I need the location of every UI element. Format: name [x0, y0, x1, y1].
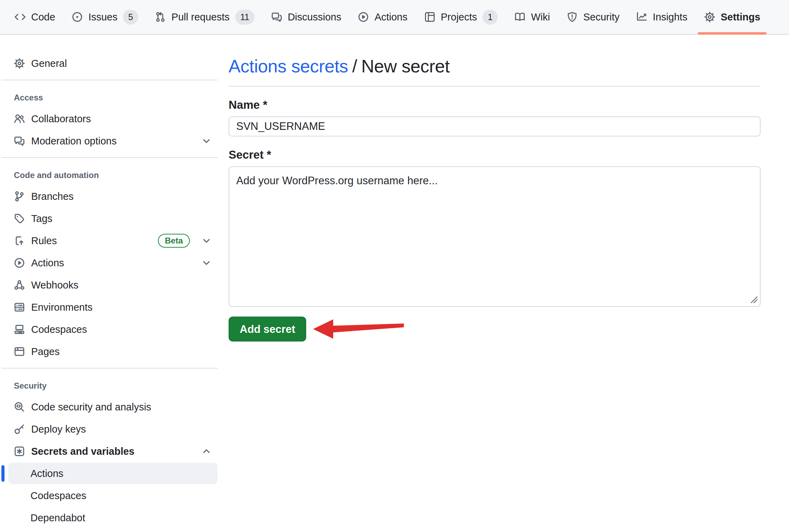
sidebar-item-actions[interactable]: Actions	[8, 252, 218, 274]
add-secret-button[interactable]: Add secret	[229, 317, 306, 342]
sidebar-item-label: Pages	[31, 346, 212, 357]
tag-icon	[14, 213, 25, 224]
tab-code[interactable]: Code	[8, 0, 61, 34]
sidebar-divider	[1, 80, 218, 80]
sidebar-item-secrets-and-variables[interactable]: Secrets and variables	[8, 441, 218, 462]
gear-icon	[14, 58, 25, 69]
sidebar-item-rules[interactable]: Rules Beta	[8, 230, 218, 251]
table-icon	[424, 11, 435, 23]
tab-actions[interactable]: Actions	[352, 0, 414, 34]
tab-label: Code	[31, 11, 55, 23]
settings-sidebar: General Access Collaborators Moderation …	[0, 35, 218, 529]
sidebar-item-label: Tags	[31, 213, 212, 224]
tab-label: Issues	[88, 11, 117, 23]
form-actions-row: Add secret	[229, 317, 761, 342]
resize-grip-icon[interactable]	[749, 294, 758, 303]
play-icon	[14, 257, 25, 268]
sidebar-subitem-dependabot[interactable]: Dependabot	[8, 507, 218, 529]
tab-discussions[interactable]: Discussions	[265, 0, 348, 34]
sidebar-item-label: Environments	[31, 302, 212, 313]
tab-label: Wiki	[531, 11, 550, 23]
secret-value-textarea[interactable]: Add your WordPress.org username here...	[229, 166, 761, 307]
projects-counter-badge: 1	[482, 10, 498, 25]
red-arrow-annotation	[312, 318, 405, 340]
name-label: Name *	[229, 98, 761, 112]
sidebar-subitem-actions[interactable]: Actions	[8, 463, 218, 484]
tab-security[interactable]: Security	[560, 0, 626, 34]
page-title-current: New secret	[361, 56, 450, 76]
tab-projects[interactable]: Projects 1	[418, 0, 504, 34]
play-icon	[358, 11, 369, 23]
tab-label: Discussions	[288, 11, 342, 23]
repo-tab-nav: Code Issues 5 Pull requests 11 Discussio…	[0, 0, 789, 35]
webhook-icon	[14, 280, 25, 291]
sidebar-item-moderation-options[interactable]: Moderation options	[8, 130, 218, 152]
sidebar-item-webhooks[interactable]: Webhooks	[8, 274, 218, 296]
sidebar-item-label: Codespaces	[30, 490, 86, 502]
book-icon	[514, 11, 525, 23]
key-icon	[14, 424, 25, 435]
git-branch-icon	[14, 191, 25, 202]
sidebar-item-deploy-keys[interactable]: Deploy keys	[8, 418, 218, 440]
sidebar-item-label: Dependabot	[30, 512, 85, 524]
secret-label: Secret *	[229, 148, 761, 161]
secret-value-field: Add your WordPress.org username here...	[229, 166, 761, 307]
sidebar-item-label: Deploy keys	[31, 424, 212, 435]
sidebar-item-label: General	[31, 58, 212, 69]
sidebar-item-environments[interactable]: Environments	[8, 296, 218, 318]
asterisk-box-icon	[14, 446, 25, 457]
sidebar-item-label: Actions	[30, 468, 63, 479]
git-pull-request-icon	[155, 11, 166, 23]
tab-insights[interactable]: Insights	[630, 0, 694, 34]
chevron-down-icon	[201, 257, 212, 268]
secret-name-input[interactable]	[229, 116, 761, 136]
tab-label: Pull requests	[171, 11, 230, 23]
repo-push-icon	[14, 235, 25, 246]
sidebar-section-header-security: Security	[8, 374, 218, 396]
sidebar-item-tags[interactable]: Tags	[8, 208, 218, 229]
sidebar-item-label: Actions	[31, 257, 195, 269]
sidebar-item-label: Branches	[31, 191, 212, 202]
code-icon	[15, 11, 26, 23]
sidebar-item-pages[interactable]: Pages	[8, 341, 218, 362]
sidebar-item-collaborators[interactable]: Collaborators	[8, 108, 218, 130]
comment-discussion-icon	[14, 135, 25, 147]
issue-opened-icon	[72, 11, 83, 23]
gear-icon	[704, 11, 715, 23]
tab-label: Security	[583, 11, 620, 23]
sidebar-item-codespaces[interactable]: Codespaces	[8, 319, 218, 340]
sidebar-section-header-access: Access	[8, 86, 218, 107]
tab-label: Projects	[441, 11, 477, 23]
sidebar-subitem-codespaces[interactable]: Codespaces	[8, 485, 218, 506]
browser-icon	[14, 346, 25, 357]
sidebar-item-code-security[interactable]: Code security and analysis	[8, 396, 218, 418]
tab-settings[interactable]: Settings	[698, 0, 766, 34]
tab-pull-requests[interactable]: Pull requests 11	[149, 0, 261, 34]
server-icon	[14, 302, 25, 313]
sidebar-item-branches[interactable]: Branches	[8, 186, 218, 207]
breadcrumb-link-actions-secrets[interactable]: Actions secrets	[229, 56, 348, 76]
chevron-up-icon	[201, 446, 212, 457]
pull-requests-counter-badge: 11	[235, 10, 255, 25]
sidebar-divider	[1, 368, 218, 369]
heading-divider	[229, 86, 761, 87]
sidebar-item-general[interactable]: General	[8, 53, 218, 74]
sidebar-section-header-code-and-automation: Code and automation	[8, 163, 218, 185]
chevron-down-icon	[201, 135, 212, 147]
comment-discussion-icon	[271, 11, 282, 23]
graph-icon	[636, 11, 647, 23]
sidebar-item-label: Secrets and variables	[31, 446, 195, 457]
issues-counter-badge: 5	[123, 10, 138, 25]
sidebar-item-label: Code security and analysis	[31, 401, 212, 413]
tab-wiki[interactable]: Wiki	[508, 0, 556, 34]
new-secret-form-area: Actions secrets/New secret Name * Secret…	[229, 35, 761, 342]
beta-badge: Beta	[158, 234, 190, 248]
codescan-icon	[14, 401, 25, 413]
shield-icon	[567, 11, 578, 23]
tab-issues[interactable]: Issues 5	[65, 0, 144, 34]
sidebar-divider	[1, 157, 218, 158]
people-icon	[14, 113, 25, 124]
sidebar-item-label: Codespaces	[31, 324, 212, 335]
breadcrumb-separator: /	[352, 56, 357, 76]
sidebar-item-label: Moderation options	[31, 135, 195, 147]
